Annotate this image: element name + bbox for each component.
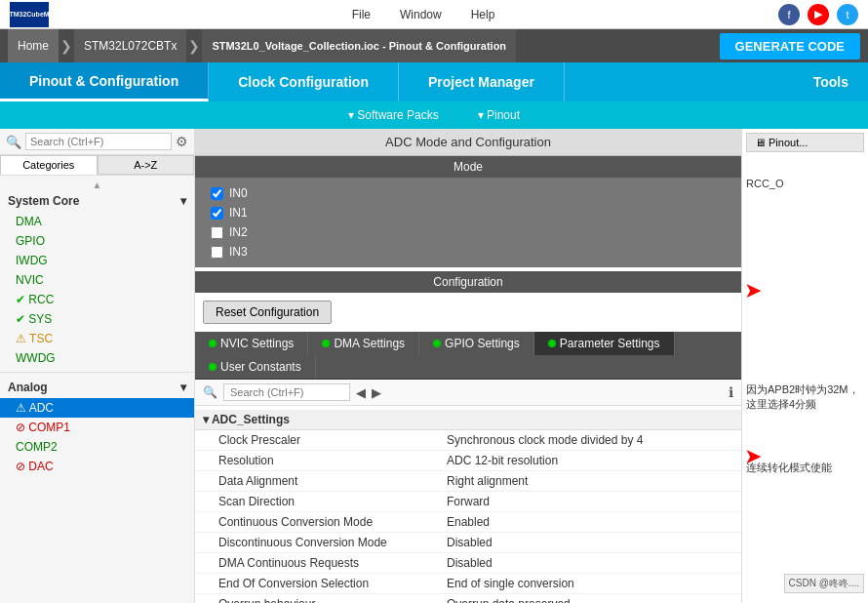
system-core-header[interactable]: System Core ▾ xyxy=(0,190,194,212)
table-row: End Of Conversion Selection End of singl… xyxy=(195,574,741,594)
settings-tab-dma[interactable]: DMA Settings xyxy=(308,332,419,355)
param-value-discontinuous: Disabled xyxy=(439,536,741,549)
param-name-continuous: Continuous Conversion Mode xyxy=(195,515,439,529)
sidebar-item-iwdg[interactable]: IWDG xyxy=(0,251,194,270)
search-icon-param: 🔍 xyxy=(203,385,217,399)
arrow-right-icon-1: ➤ xyxy=(744,280,762,302)
in3-checkbox[interactable] xyxy=(211,246,223,259)
menu-window[interactable]: Window xyxy=(400,8,442,21)
mode-section-header: Mode xyxy=(195,156,741,178)
sidebar-item-comp2[interactable]: COMP2 xyxy=(0,437,194,457)
param-name-scan-direction: Scan Direction xyxy=(195,495,439,508)
sidebar: 🔍 ⚙ Categories A->Z ▲ System Core ▾ DMA … xyxy=(0,129,195,603)
breadcrumb-bar: Home ❯ STM32L072CBTx ❯ STM32L0_Voltage_C… xyxy=(0,29,868,62)
param-search-input[interactable] xyxy=(223,383,350,401)
tab-clock-config[interactable]: Clock Configuration xyxy=(209,62,399,101)
param-value-scan-direction: Forward xyxy=(439,495,741,508)
param-name-eoc: End Of Conversion Selection xyxy=(195,577,439,590)
sidebar-item-dma[interactable]: DMA xyxy=(0,212,194,231)
sidebar-item-sys[interactable]: ✔ SYS xyxy=(0,309,194,329)
param-value-dma-continuous: Disabled xyxy=(439,556,741,570)
settings-tab-user-constants[interactable]: User Constants xyxy=(195,355,316,379)
sidebar-search-input[interactable] xyxy=(25,133,172,150)
subnav-software-packs[interactable]: ▾ Software Packs xyxy=(348,108,439,122)
mode-item-in2: IN2 xyxy=(211,222,726,242)
sidebar-item-nvic[interactable]: NVIC xyxy=(0,270,194,290)
param-value-resolution: ADC 12-bit resolution xyxy=(439,454,741,467)
dma-tab-label: DMA Settings xyxy=(334,337,405,350)
chip-icon: 🖥 xyxy=(755,137,766,148)
info-icon: ℹ xyxy=(729,384,733,400)
table-row: Continuous Conversion Mode Enabled xyxy=(195,512,741,533)
param-name-discontinuous: Discontinuous Conversion Mode xyxy=(195,536,439,549)
sidebar-item-rcc[interactable]: ✔ RCC xyxy=(0,290,194,309)
settings-tree: ▾ ADC_Settings Clock Prescaler Synchrono… xyxy=(195,406,741,603)
annotation-text-2: 连续转化模式使能 xyxy=(746,461,864,475)
youtube-icon[interactable]: ▶ xyxy=(808,4,829,25)
scroll-up-arrow[interactable]: ▲ xyxy=(0,180,194,190)
breadcrumb-project[interactable]: STM32L0_Voltage_Collection.ioc - Pinout … xyxy=(202,29,516,62)
in2-checkbox[interactable] xyxy=(211,226,223,239)
sidebar-item-adc[interactable]: ⚠ ADC xyxy=(0,398,194,418)
param-tab-label: Parameter Settings xyxy=(560,337,660,350)
gear-icon[interactable]: ⚙ xyxy=(176,134,188,149)
facebook-icon[interactable]: f xyxy=(778,4,800,25)
param-value-eoc: End of single conversion xyxy=(439,577,741,590)
settings-tab-parameter[interactable]: Parameter Settings xyxy=(534,332,675,355)
in0-label: IN0 xyxy=(229,186,248,200)
reset-configuration-button[interactable]: Reset Configuration xyxy=(203,301,332,324)
tab-project-manager[interactable]: Project Manager xyxy=(399,62,565,101)
sidebar-item-dac[interactable]: ⊘ DAC xyxy=(0,457,194,476)
table-row: DMA Continuous Requests Disabled xyxy=(195,553,741,574)
analog-header[interactable]: Analog ▾ xyxy=(0,377,194,398)
sidebar-tab-categories[interactable]: Categories xyxy=(0,155,98,175)
table-row: Overrun behaviour Overrun data preserved xyxy=(195,594,741,603)
sidebar-tabs: Categories A->Z xyxy=(0,155,194,176)
sidebar-tab-az[interactable]: A->Z xyxy=(98,155,195,175)
mode-item-in1: IN1 xyxy=(211,203,726,222)
rcc-label: RCC_O xyxy=(746,178,784,189)
tab-tools[interactable]: Tools xyxy=(813,62,868,101)
sidebar-item-comp1[interactable]: ⊘ COMP1 xyxy=(0,418,194,437)
settings-tab-gpio[interactable]: GPIO Settings xyxy=(419,332,534,355)
tab-pinout-config[interactable]: Pinout & Configuration xyxy=(0,62,209,101)
menu-file[interactable]: File xyxy=(352,8,371,21)
in0-checkbox[interactable] xyxy=(211,187,223,200)
csdn-badge: CSDN @咚咚.... xyxy=(784,574,864,593)
user-const-tab-label: User Constants xyxy=(220,360,301,374)
table-row: Data Alignment Right alignment xyxy=(195,471,741,492)
in3-label: IN3 xyxy=(229,245,248,259)
settings-tabs: NVIC Settings DMA Settings GPIO Settings… xyxy=(195,332,741,380)
in2-label: IN2 xyxy=(229,225,248,239)
param-dot xyxy=(548,340,556,347)
breadcrumb-device[interactable]: STM32L072CBTx xyxy=(74,29,186,62)
nav-prev-icon[interactable]: ◀ xyxy=(356,385,366,400)
param-value-clock-prescaler: Synchronous clock mode divided by 4 xyxy=(439,433,741,447)
logo-area: STM32CubeMX xyxy=(10,2,49,27)
breadcrumb-arrow-2: ❯ xyxy=(188,38,200,54)
sidebar-item-tsc[interactable]: ⚠ TSC xyxy=(0,329,194,348)
breadcrumb-home[interactable]: Home xyxy=(8,29,59,62)
sidebar-item-gpio[interactable]: GPIO xyxy=(0,231,194,251)
menu-help[interactable]: Help xyxy=(471,8,495,21)
subnav-pinout[interactable]: ▾ Pinout xyxy=(478,108,520,122)
nav-next-icon[interactable]: ▶ xyxy=(372,385,381,400)
pinout-button[interactable]: 🖥 Pinout... xyxy=(746,133,864,152)
stm32-logo: STM32CubeMX xyxy=(10,2,49,27)
param-value-continuous: Enabled xyxy=(439,515,741,529)
generate-code-button[interactable]: GENERATE CODE xyxy=(720,33,860,60)
settings-tab-nvic[interactable]: NVIC Settings xyxy=(195,332,308,355)
sidebar-section-analog: Analog ▾ ⚠ ADC ⊘ COMP1 COMP2 ⊘ DAC xyxy=(0,372,194,480)
param-name-resolution: Resolution xyxy=(195,454,439,467)
content-area: ADC Mode and Configuration Mode IN0 IN1 … xyxy=(195,129,741,603)
in1-checkbox[interactable] xyxy=(211,207,223,220)
chevron-down-icon-analog: ▾ xyxy=(180,381,186,394)
param-name-dma-continuous: DMA Continuous Requests xyxy=(195,556,439,570)
twitter-icon[interactable]: t xyxy=(837,4,858,25)
sidebar-item-wwdg[interactable]: WWDG xyxy=(0,348,194,368)
in1-label: IN1 xyxy=(229,206,248,220)
chevron-down-icon: ▾ xyxy=(180,194,186,208)
main-layout: 🔍 ⚙ Categories A->Z ▲ System Core ▾ DMA … xyxy=(0,129,868,603)
param-value-data-alignment: Right alignment xyxy=(439,474,741,488)
sidebar-section-system-core: ▲ System Core ▾ DMA GPIO IWDG NVIC ✔ RCC… xyxy=(0,176,194,372)
